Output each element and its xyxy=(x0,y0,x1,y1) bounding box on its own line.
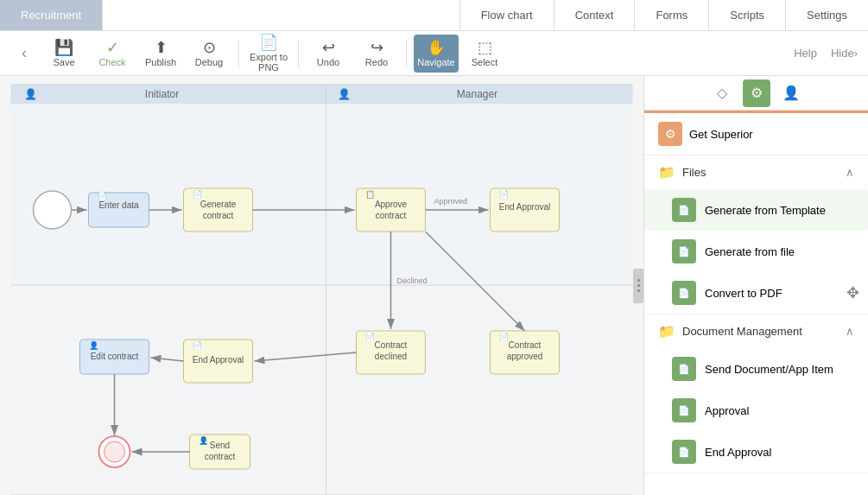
convert-pdf-label: Convert to PDF xyxy=(705,287,782,300)
svg-text:📄: 📄 xyxy=(499,332,510,342)
select-button[interactable]: ⬚ Select xyxy=(462,35,507,73)
svg-text:contract: contract xyxy=(376,211,407,220)
separator-1 xyxy=(238,40,239,67)
end-approval-label: End Approval xyxy=(705,446,771,459)
person-icon-btn[interactable]: 👤 xyxy=(777,79,805,107)
svg-rect-8 xyxy=(326,285,633,495)
generate-template-item[interactable]: 📄 Generate from Template xyxy=(644,189,868,231)
flow-diagram: 👤 Initiator 👤 Manager Enter data 📄 Gener… xyxy=(0,76,643,495)
generate-file-label: Generate from file xyxy=(705,245,795,258)
tab-forms[interactable]: Forms xyxy=(634,0,708,30)
approval-label: Approval xyxy=(705,404,749,417)
files-folder-icon: 📁 xyxy=(658,164,675,181)
files-collapse-icon: ∧ xyxy=(846,166,854,179)
svg-point-15 xyxy=(34,191,72,229)
right-panel: ◇ ⚙ 👤 ⚙ Get Superior 📁 Files ∧ 📄 G xyxy=(643,76,868,495)
svg-text:Declined: Declined xyxy=(397,276,428,285)
svg-text:contract: contract xyxy=(203,211,234,220)
svg-text:contract: contract xyxy=(205,452,236,461)
svg-text:📄: 📄 xyxy=(193,340,203,351)
publish-icon: ⬆ xyxy=(155,40,168,55)
flow-canvas[interactable]: 👤 Initiator 👤 Manager Enter data 📄 Gener… xyxy=(0,76,643,495)
separator-3 xyxy=(406,40,407,67)
panel-resizer[interactable] xyxy=(633,269,643,303)
document-management-items: 📄 Send Document/App Item 📄 Approval 📄 En… xyxy=(644,348,868,473)
diamond-icon-btn[interactable]: ◇ xyxy=(708,79,736,107)
generate-template-label: Generate from Template xyxy=(705,204,826,217)
undo-icon: ↩ xyxy=(322,40,335,55)
svg-text:Generate: Generate xyxy=(200,200,237,209)
help-hide-group: Help Hide› xyxy=(794,47,858,60)
send-document-label: Send Document/App Item xyxy=(705,363,833,376)
check-button[interactable]: ✓ Check xyxy=(90,35,135,73)
help-link[interactable]: Help xyxy=(794,47,817,60)
convert-pdf-icon: 📄 xyxy=(672,281,696,305)
tab-context[interactable]: Context xyxy=(554,0,635,30)
document-management-header[interactable]: 📁 Document Management ∧ xyxy=(644,314,868,348)
end-approval-item[interactable]: 📄 End Approval xyxy=(644,431,868,473)
hide-button[interactable]: Hide› xyxy=(831,47,858,60)
redo-button[interactable]: ↪ Redo xyxy=(354,35,399,73)
svg-text:Contract: Contract xyxy=(509,340,542,350)
debug-button[interactable]: ⊙ Debug xyxy=(187,35,231,73)
navigate-button[interactable]: ✋ Navigate xyxy=(414,35,459,73)
send-document-item[interactable]: 📄 Send Document/App Item xyxy=(644,348,868,390)
svg-text:👤: 👤 xyxy=(89,340,99,351)
export-button[interactable]: 📄 Export to PNG xyxy=(246,35,291,73)
debug-icon: ⊙ xyxy=(203,40,216,55)
toolbar: ‹ 💾 Save ✓ Check ⬆ Publish ⊙ Debug 📄 Exp… xyxy=(0,31,868,76)
svg-text:📋: 📋 xyxy=(365,189,376,200)
svg-text:Approved: Approved xyxy=(434,197,468,206)
get-superior-icon: ⚙ xyxy=(658,122,682,146)
separator-2 xyxy=(298,40,299,67)
main-area: 👤 Initiator 👤 Manager Enter data 📄 Gener… xyxy=(0,76,868,495)
convert-pdf-item[interactable]: 📄 Convert to PDF ✥ xyxy=(644,272,868,314)
get-superior-label: Get Superior xyxy=(689,128,753,141)
tab-settings[interactable]: Settings xyxy=(785,0,868,30)
svg-text:👤: 👤 xyxy=(24,87,37,100)
select-icon: ⬚ xyxy=(478,40,492,55)
svg-text:End Approval: End Approval xyxy=(193,355,244,365)
save-icon: 💾 xyxy=(54,40,73,55)
tab-recruitment[interactable]: Recruitment xyxy=(0,0,103,30)
files-section-title: Files xyxy=(682,166,706,179)
gear-icon-btn[interactable]: ⚙ xyxy=(743,79,770,107)
navigate-icon: ✋ xyxy=(427,40,446,55)
document-mgmt-folder-icon: 📁 xyxy=(658,323,675,340)
svg-text:End Approval: End Approval xyxy=(499,202,551,212)
svg-text:👤: 👤 xyxy=(199,435,209,446)
svg-rect-5 xyxy=(11,85,326,285)
files-section: 📁 Files ∧ 📄 Generate from Template 📄 Gen… xyxy=(644,155,868,314)
svg-text:📄: 📄 xyxy=(193,189,203,200)
approval-icon: 📄 xyxy=(672,398,696,422)
publish-button[interactable]: ⬆ Publish xyxy=(138,35,183,73)
svg-text:Send: Send xyxy=(210,441,230,450)
svg-rect-6 xyxy=(326,85,633,285)
tab-scripts[interactable]: Scripts xyxy=(708,0,785,30)
export-icon: 📄 xyxy=(259,35,278,50)
svg-text:Contract: Contract xyxy=(375,340,408,350)
svg-text:declined: declined xyxy=(375,352,407,361)
svg-text:Manager: Manager xyxy=(457,88,497,100)
document-management-section: 📁 Document Management ∧ 📄 Send Document/… xyxy=(644,314,868,473)
svg-text:Approve: Approve xyxy=(375,200,408,209)
svg-text:📄: 📄 xyxy=(365,332,376,342)
tab-flowchart[interactable]: Flow chart xyxy=(459,0,554,30)
svg-text:👤: 👤 xyxy=(338,87,351,100)
undo-button[interactable]: ↩ Undo xyxy=(306,35,351,73)
panel-icon-row: ◇ ⚙ 👤 xyxy=(644,76,868,111)
approval-item[interactable]: 📄 Approval xyxy=(644,390,868,431)
redo-icon: ↪ xyxy=(371,40,383,55)
document-mgmt-collapse-icon: ∧ xyxy=(846,325,854,338)
save-button[interactable]: 💾 Save xyxy=(41,35,86,73)
get-superior-row[interactable]: ⚙ Get Superior xyxy=(644,113,868,155)
check-icon: ✓ xyxy=(106,40,119,55)
tab-bar: Recruitment Flow chart Context Forms Scr… xyxy=(0,0,868,31)
back-button[interactable]: ‹ xyxy=(10,40,38,67)
svg-text:approved: approved xyxy=(507,352,543,361)
files-section-items: 📄 Generate from Template 📄 Generate from… xyxy=(644,189,868,314)
files-section-header[interactable]: 📁 Files ∧ xyxy=(644,155,868,189)
svg-text:📄: 📄 xyxy=(98,191,108,201)
generate-file-item[interactable]: 📄 Generate from file xyxy=(644,231,868,272)
tab-right-group: Flow chart Context Forms Scripts Setting… xyxy=(459,0,868,30)
